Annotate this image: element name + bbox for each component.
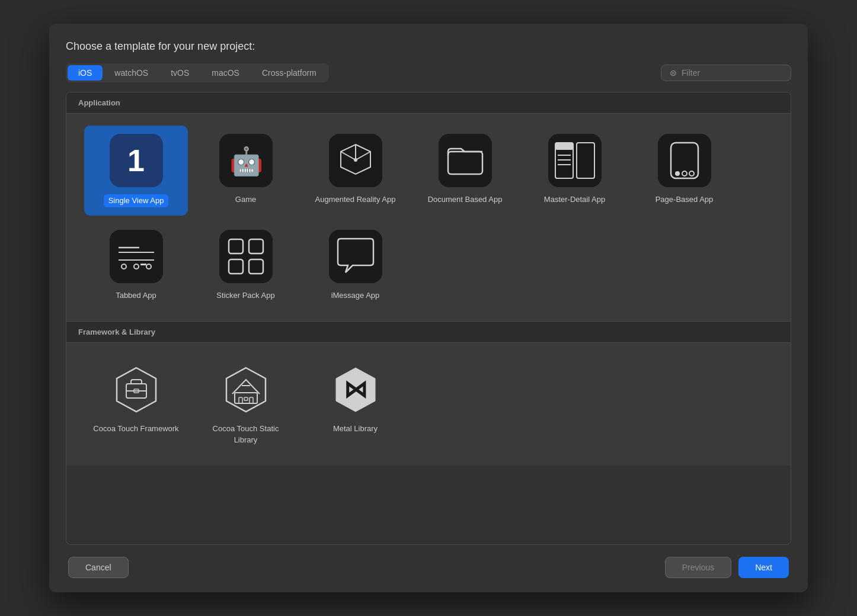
template-game[interactable]: 🤖 Game bbox=[194, 126, 298, 216]
template-imessage[interactable]: iMessage App bbox=[303, 222, 407, 309]
svg-rect-30 bbox=[219, 230, 273, 283]
svg-point-7 bbox=[354, 158, 357, 162]
page-based-label: Page-Based App bbox=[655, 194, 714, 205]
filter-placeholder: Filter bbox=[682, 68, 700, 78]
cancel-button[interactable]: Cancel bbox=[68, 557, 129, 578]
filter-box[interactable]: ⊜ Filter bbox=[661, 65, 791, 81]
template-metal-library[interactable]: ⋈ Metal Library bbox=[303, 355, 407, 453]
tab-macos[interactable]: macOS bbox=[201, 65, 250, 81]
metal-library-icon: ⋈ bbox=[329, 363, 382, 416]
template-cocoa-touch-framework[interactable]: Cocoa Touch Framework bbox=[84, 355, 188, 453]
framework-section: Framework & Library Cocoa bbox=[66, 322, 791, 544]
imessage-icon bbox=[329, 230, 382, 283]
application-section-header: Application bbox=[66, 92, 791, 114]
application-template-grid: 1 Single View App 🤖 Game bbox=[66, 114, 791, 321]
tabbed-label: Tabbed App bbox=[116, 290, 156, 301]
filter-icon: ⊜ bbox=[670, 68, 677, 78]
footer: Cancel Previous Next bbox=[66, 557, 791, 578]
game-label: Game bbox=[235, 194, 256, 205]
content-area: Application 1 Single View App 🤖 bbox=[66, 92, 791, 545]
new-project-dialog: Choose a template for your new project: … bbox=[49, 24, 808, 592]
tab-bar: iOS watchOS tvOS macOS Cross-platform ⊜ … bbox=[66, 63, 791, 82]
tab-tvos[interactable]: tvOS bbox=[160, 65, 200, 81]
footer-right: Previous Next bbox=[665, 557, 789, 578]
svg-rect-42 bbox=[239, 397, 242, 403]
sticker-pack-icon bbox=[219, 230, 273, 283]
cocoa-touch-framework-label: Cocoa Touch Framework bbox=[93, 424, 178, 434]
ar-app-label: Augmented Reality App bbox=[315, 194, 396, 205]
platform-tabs: iOS watchOS tvOS macOS Cross-platform bbox=[66, 63, 329, 82]
document-based-label: Document Based App bbox=[428, 194, 503, 205]
svg-rect-22 bbox=[110, 230, 163, 283]
svg-rect-17 bbox=[658, 134, 711, 187]
template-cocoa-touch-static[interactable]: Cocoa Touch Static Library bbox=[194, 355, 298, 453]
svg-rect-44 bbox=[244, 397, 248, 400]
svg-rect-10 bbox=[548, 134, 602, 187]
master-detail-icon bbox=[548, 134, 602, 187]
svg-rect-26 bbox=[140, 264, 146, 265]
tab-cross-platform[interactable]: Cross-platform bbox=[251, 65, 327, 81]
tabbed-icon bbox=[110, 230, 163, 283]
svg-point-19 bbox=[675, 171, 680, 176]
template-single-view-app[interactable]: 1 Single View App bbox=[84, 126, 188, 216]
next-button[interactable]: Next bbox=[738, 557, 789, 578]
svg-rect-41 bbox=[235, 393, 257, 403]
svg-text:🤖: 🤖 bbox=[229, 145, 263, 178]
svg-rect-43 bbox=[250, 397, 253, 403]
sticker-pack-label: Sticker Pack App bbox=[216, 290, 274, 301]
template-master-detail[interactable]: Master-Detail App bbox=[523, 126, 626, 216]
application-section: Application 1 Single View App 🤖 bbox=[66, 92, 791, 322]
template-ar-app[interactable]: Augmented Reality App bbox=[303, 126, 407, 216]
tab-watchos[interactable]: watchOS bbox=[104, 65, 159, 81]
single-view-app-label: Single View App bbox=[104, 194, 169, 207]
dialog-title: Choose a template for your new project: bbox=[66, 40, 791, 53]
page-based-icon bbox=[658, 134, 711, 187]
game-icon: 🤖 bbox=[219, 134, 273, 187]
previous-button[interactable]: Previous bbox=[665, 557, 731, 578]
template-page-based[interactable]: Page-Based App bbox=[632, 126, 736, 216]
framework-section-header: Framework & Library bbox=[66, 322, 791, 343]
cocoa-touch-static-icon bbox=[219, 363, 273, 416]
cocoa-touch-static-label: Cocoa Touch Static Library bbox=[200, 424, 292, 445]
svg-text:⋈: ⋈ bbox=[344, 376, 367, 402]
imessage-label: iMessage App bbox=[331, 290, 380, 301]
svg-rect-8 bbox=[439, 134, 492, 187]
template-sticker-pack[interactable]: Sticker Pack App bbox=[194, 222, 298, 309]
svg-marker-36 bbox=[117, 368, 156, 412]
svg-rect-35 bbox=[329, 230, 382, 283]
template-document-based[interactable]: Document Based App bbox=[413, 126, 517, 216]
tab-ios[interactable]: iOS bbox=[68, 65, 103, 81]
svg-rect-23 bbox=[119, 259, 154, 261]
svg-marker-40 bbox=[226, 368, 266, 412]
svg-rect-13 bbox=[555, 143, 573, 150]
framework-template-grid: Cocoa Touch Framework bbox=[66, 343, 791, 465]
single-view-app-icon: 1 bbox=[110, 134, 163, 187]
template-tabbed[interactable]: Tabbed App bbox=[84, 222, 188, 309]
metal-library-label: Metal Library bbox=[333, 424, 378, 434]
ar-app-icon bbox=[329, 134, 382, 187]
master-detail-label: Master-Detail App bbox=[544, 194, 605, 205]
cocoa-touch-framework-icon bbox=[110, 363, 163, 416]
document-based-icon bbox=[439, 134, 492, 187]
